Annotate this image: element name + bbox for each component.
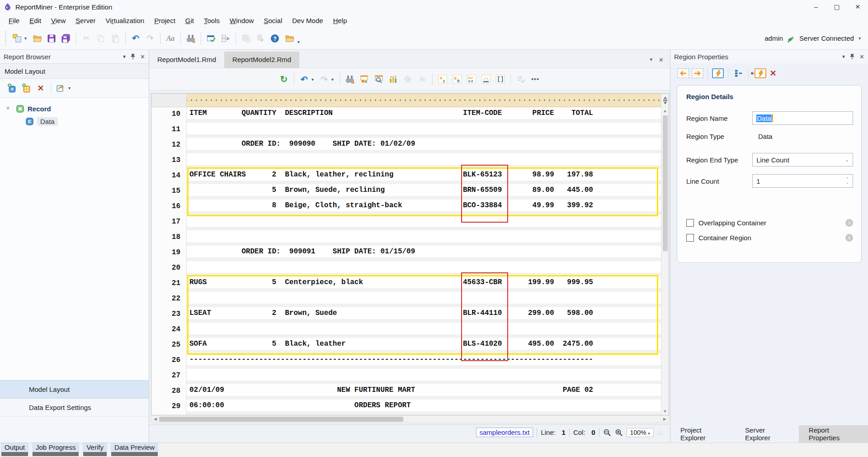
menu-item-server[interactable]: Server: [71, 15, 100, 26]
save-icon[interactable]: [45, 32, 58, 45]
caret-icon[interactable]: ▾: [311, 77, 317, 82]
zoom-in-icon[interactable]: [615, 428, 623, 437]
delete-icon[interactable]: ✕: [766, 67, 780, 80]
font-aa-icon[interactable]: Aa: [164, 32, 177, 45]
toolbar-options-caret[interactable]: ▾: [859, 36, 861, 41]
tree-item-data[interactable]: Data: [6, 115, 149, 128]
refresh-icon[interactable]: ↻: [277, 72, 291, 86]
dock-tab-report-properties[interactable]: Report Properties: [799, 425, 868, 443]
open-folder-icon[interactable]: [283, 32, 296, 45]
fields-icon[interactable]: [731, 67, 745, 80]
tab-close-icon[interactable]: ✕: [659, 57, 664, 63]
report-line-15[interactable]: 5 Brown, Suede, reclining BRN-65509 89.0…: [187, 184, 661, 200]
split-view-grip-icon[interactable]: [661, 94, 669, 107]
lightning-box-icon[interactable]: [711, 67, 725, 80]
column-ruler[interactable]: [187, 94, 661, 107]
find-icon[interactable]: [184, 32, 198, 45]
region-next-icon[interactable]: [691, 67, 704, 80]
info-icon[interactable]: i: [845, 219, 853, 227]
menu-item-dev-mode[interactable]: Dev Mode: [287, 15, 328, 26]
report-line-13[interactable]: [187, 153, 661, 169]
horizontal-scrollbar[interactable]: ◀ ▶: [151, 415, 669, 423]
menu-item-social[interactable]: Social: [259, 15, 287, 26]
bottom-tab-data-preview[interactable]: Data Preview: [111, 443, 158, 456]
checkbox-container-region[interactable]: [686, 234, 694, 242]
report-line-11[interactable]: [187, 123, 661, 138]
add-record-icon[interactable]: [5, 81, 19, 95]
report-line-21[interactable]: RUGS 5 Centerpiece, black 45633-CBR 199.…: [187, 276, 661, 292]
report-line-19[interactable]: ORDER ID: 909091 SHIP DATE: 01/15/09: [187, 246, 661, 261]
chart-icon[interactable]: [387, 72, 400, 86]
preview-icon[interactable]: [372, 72, 386, 86]
scroll-right-icon[interactable]: ▶: [661, 417, 669, 421]
tree-item-record[interactable]: ˅ Record: [6, 102, 149, 115]
bottom-tab-job-progress[interactable]: Job Progress: [32, 443, 79, 456]
report-line-26[interactable]: ----------------------------------------…: [187, 353, 661, 369]
region-prev-icon[interactable]: [676, 67, 690, 80]
menu-item-window[interactable]: Window: [225, 15, 259, 26]
spin-down-icon[interactable]: ⌄: [845, 181, 849, 184]
minimize-button[interactable]: –: [806, 0, 826, 14]
report-line-16[interactable]: 8 Beige, Cloth, straight-back BCO-33884 …: [187, 200, 661, 215]
save-all-icon[interactable]: [59, 32, 73, 45]
menu-item-project[interactable]: Project: [149, 15, 180, 26]
delete-icon[interactable]: ✕: [34, 81, 47, 95]
menu-item-git[interactable]: Git: [180, 15, 199, 26]
find-icon[interactable]: [343, 72, 357, 86]
info-icon[interactable]: i: [845, 234, 853, 242]
pin-icon[interactable]: [130, 53, 136, 60]
new-report-icon[interactable]: [10, 32, 24, 45]
report-line-29[interactable]: 06:00:00 ORDERS REPORT: [187, 400, 661, 415]
document-tab-reportmodel2.rmd[interactable]: ReportModel2.Rmd: [224, 52, 299, 68]
icon-az09-icon[interactable]: a-z0-9: [465, 72, 478, 86]
source-file-name[interactable]: sampleorders.txt: [476, 428, 533, 437]
nav-button-model-layout[interactable]: Model Layout: [0, 380, 149, 398]
zoom-level-select[interactable]: 100% ▾: [627, 428, 654, 437]
export-run-icon[interactable]: [219, 32, 232, 45]
open-folder-icon[interactable]: [30, 32, 44, 45]
menu-item-help[interactable]: Help: [328, 15, 352, 26]
panel-menu-chevron-icon[interactable]: ▾: [842, 53, 845, 60]
panel-close-icon[interactable]: ✕: [140, 53, 145, 60]
undo-icon[interactable]: ↶: [129, 32, 142, 45]
report-line-14[interactable]: OFFICE CHAIRS 2 Black, leather, reclinin…: [187, 169, 661, 184]
scroll-left-icon[interactable]: ◀: [151, 417, 159, 421]
checkbox-overlapping-container[interactable]: [686, 219, 694, 227]
close-button[interactable]: ✕: [847, 0, 868, 14]
scroll-up-icon[interactable]: ▲: [663, 107, 667, 114]
report-line-28[interactable]: 02/01/09 NEW FURTINURE MART PAGE 02: [187, 384, 661, 400]
report-line-23[interactable]: LSEAT 2 Brown, Suede BLR-44110 299.00 59…: [187, 307, 661, 323]
nav-button-data-export-settings[interactable]: Data Export Settings: [0, 398, 149, 416]
report-line-24[interactable]: [187, 323, 661, 338]
panel-menu-chevron-icon[interactable]: ▾: [123, 53, 126, 60]
pin-icon[interactable]: [849, 53, 855, 60]
tree-data-label[interactable]: Data: [37, 117, 58, 126]
menu-item-view[interactable]: View: [46, 15, 71, 26]
auto-create-icon[interactable]: [358, 72, 371, 86]
verify-window-icon[interactable]: [204, 32, 218, 45]
caret-icon[interactable]: ▾: [68, 86, 74, 90]
zoom-out-icon[interactable]: [603, 428, 611, 437]
vertical-scrollbar[interactable]: ▲ ▼: [661, 107, 669, 415]
report-line-25[interactable]: SOFA 5 Black, leather BLS-41020 495.00 2…: [187, 338, 661, 353]
tree-collapse-chevron-icon[interactable]: ˅: [6, 105, 13, 112]
icon-underscore-icon[interactable]: [479, 72, 493, 86]
panel-close-icon[interactable]: ✕: [859, 53, 864, 60]
tree-record-label[interactable]: Record: [28, 105, 51, 113]
menu-item-virtualization[interactable]: Virtualization: [101, 15, 150, 26]
report-text-area[interactable]: ITEM QUANTITY DESCRIPTION ITEM-CODE PRIC…: [187, 107, 661, 415]
report-line-12[interactable]: ORDER ID: 909090 SHIP DATE: 01/02/09: [187, 138, 661, 153]
maximize-button[interactable]: ▢: [826, 0, 847, 14]
tab-list-chevron-icon[interactable]: ▾: [650, 57, 653, 63]
export-layout-icon[interactable]: [54, 81, 68, 95]
caret-icon[interactable]: ▾: [331, 77, 337, 82]
icon-brackets-icon[interactable]: [494, 72, 507, 86]
document-tab-reportmodel1.rmd[interactable]: ReportModel1.Rmd: [149, 52, 224, 68]
line-count-spinner[interactable]: 1⌃⌄: [752, 174, 853, 188]
horizontal-scroll-thumb[interactable]: [159, 417, 403, 422]
icon-az-icon[interactable]: az: [436, 72, 449, 86]
report-line-27[interactable]: [187, 369, 661, 384]
overflow-icon[interactable]: ▾: [297, 39, 300, 44]
bottom-tab-output[interactable]: Output: [1, 443, 28, 456]
menu-item-file[interactable]: File: [4, 15, 24, 26]
